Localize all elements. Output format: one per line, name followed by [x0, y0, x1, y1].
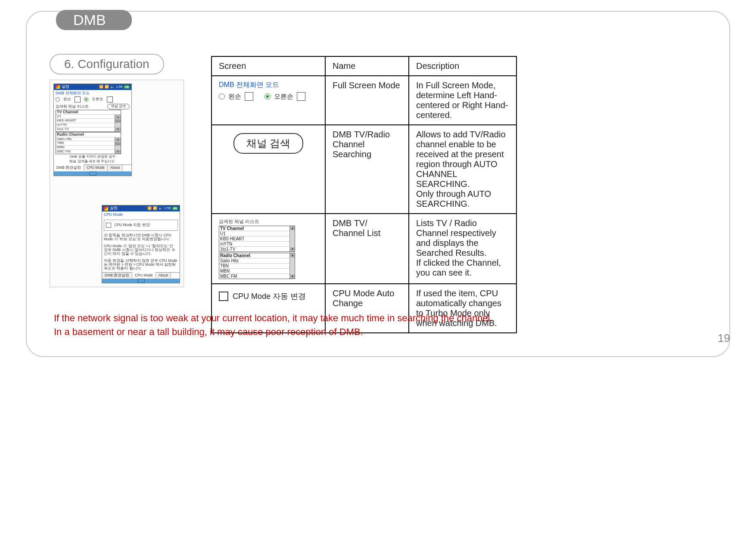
screen-cell: 검색된 채널 리스트 TV Channel U1 KBS HEART mYTN …: [212, 214, 325, 284]
tab-about[interactable]: About: [156, 273, 171, 278]
searched-list-label: 검색된 채널 리스트: [56, 105, 89, 109]
th-name: Name: [325, 56, 409, 76]
radio-channel-box: Radio Channel Satio Hits TBN MBN MBC FM …: [56, 132, 121, 154]
right-hand-label: 오른손: [274, 93, 293, 101]
list-item[interactable]: mYTN: [56, 123, 121, 127]
name-cell: DMB TV/Radio Channel Searching: [325, 125, 409, 214]
snippet-fullscreen-mode: DMB 전체화면 모드 왼손 오른손: [219, 81, 318, 101]
titlebar-status: 📶 🔁 🔈 1:55 ok: [147, 207, 178, 211]
list-item[interactable]: Satio Hits: [56, 137, 121, 141]
list-item[interactable]: Satio Hits: [219, 258, 295, 263]
list-item[interactable]: 1to1-TV: [219, 246, 295, 251]
cpu-mode-checkbox[interactable]: [106, 223, 111, 228]
sync-icon: 🔁: [153, 207, 157, 211]
antenna-icon: 📶: [147, 207, 152, 211]
pda-screenshot-settings: 설정 📶 🔁 🔈 1:55 ok DMB 전체화면 모드 왼손 오른손: [53, 84, 132, 176]
left-hand-icon: [245, 92, 253, 101]
cpu-mode-tab-label: CPU Mode: [104, 213, 178, 217]
cpu-mode-checkbox[interactable]: [219, 292, 228, 301]
titlebar-status: 📶 🔁 🔈 1:55 ok: [99, 85, 130, 89]
tv-channel-box: TV Channel U1 KBS HEART mYTN 1to1-TV ▴▾: [219, 226, 295, 252]
sync-icon: 🔁: [105, 85, 109, 89]
ok-button[interactable]: ok: [172, 207, 178, 211]
name-cell: DMB TV/ Channel List: [325, 214, 409, 284]
radio-right-hand[interactable]: [84, 97, 88, 102]
cpu-desc-3: 자동 변경을 선택하지 않은 경우 CPU Mode 는 제어판 > 전원 > …: [104, 259, 178, 271]
page: DMB 6. Configuration 설정 📶 🔁 🔈 1:55 ok DM…: [0, 0, 756, 534]
pda-body: CPU Mode CPU Mode 자동 변경 위 항목을 체크하시면 DMB …: [102, 211, 180, 272]
list-item[interactable]: MBC FM: [56, 149, 121, 154]
list-item[interactable]: KBS HEART: [56, 118, 121, 123]
right-hand-label: 오른손: [92, 97, 103, 101]
list-item[interactable]: KBS HEART: [219, 236, 295, 241]
table-row: 채널 검색 DMB TV/Radio Channel Searching All…: [212, 125, 516, 214]
pda-screenshot-cpumode: 설정 📶 🔁 🔈 1:55 ok CPU Mode CPU Mode 자동 변경…: [102, 205, 180, 283]
pda-title: 설정: [62, 85, 69, 89]
cpu-mode-checkbox-label: CPU Mode 자동 변경: [233, 291, 306, 301]
tab-cpu-mode[interactable]: CPU Mode: [132, 272, 156, 278]
table-header-row: Screen Name Description: [212, 56, 516, 76]
page-number: 19: [718, 332, 730, 345]
pda-bottombar: [102, 279, 180, 283]
table-row: 검색된 채널 리스트 TV Channel U1 KBS HEART mYTN …: [212, 214, 516, 284]
tab-about[interactable]: About: [108, 165, 123, 171]
flag-icon: [56, 85, 60, 89]
list-item[interactable]: U1: [56, 114, 121, 118]
tab-dmb-settings[interactable]: DMB 환경설정: [54, 165, 84, 171]
desc-cell: Lists TV / Radio Channel respectively an…: [409, 214, 516, 284]
screen-cell: DMB 전체화면 모드 왼손 오른손: [212, 76, 325, 125]
list-item[interactable]: MBN: [56, 145, 121, 149]
warning-line-1: If the network signal is too weak at you…: [54, 311, 717, 325]
scrollbar[interactable]: ▴▾: [115, 114, 121, 131]
fullscreen-mode-label: DMB 전체화면 모드: [56, 91, 130, 96]
channel-search-button[interactable]: 채널 검색: [107, 104, 130, 109]
radio-channel-header: Radio Channel: [56, 133, 121, 137]
hand-row: 왼손 오른손: [56, 96, 130, 102]
searched-list-label: 검색된 채널 리스트: [219, 218, 318, 225]
radio-left-hand[interactable]: [56, 97, 60, 102]
left-hand-label: 왼손: [63, 97, 71, 101]
list-item[interactable]: mYTN: [219, 241, 295, 246]
pda-titlebar: 설정 📶 🔁 🔈 1:55 ok: [54, 84, 131, 90]
radio-channel-header: Radio Channel: [219, 253, 295, 258]
radio-right-hand[interactable]: [264, 93, 271, 99]
radio-channel-list[interactable]: Satio Hits TBN MBN MBC FM ▴▾: [56, 137, 121, 154]
tv-channel-list[interactable]: U1 KBS HEART mYTN 1to1-TV ▴▾: [56, 114, 121, 131]
snippet-channel-search: 채널 검색: [219, 130, 318, 157]
list-item[interactable]: U1: [219, 231, 295, 236]
warning-line-2: In a basement or near a tall building, i…: [54, 325, 717, 339]
name-cell: Full Screen Mode: [325, 76, 409, 125]
pda-bottombar: [54, 171, 131, 176]
th-screen: Screen: [212, 56, 325, 76]
cpu-mode-checkbox-row: CPU Mode 자동 변경: [104, 220, 178, 231]
keyboard-icon[interactable]: [137, 279, 145, 283]
scrollbar[interactable]: ▴▾: [289, 226, 295, 251]
flag-icon: [104, 207, 108, 211]
tab-dmb-settings[interactable]: DMB 환경설정: [102, 273, 132, 278]
ok-button[interactable]: ok: [124, 85, 130, 89]
snippet-hand-row: 왼손 오른손: [219, 92, 318, 101]
list-item[interactable]: MBC FM: [219, 273, 295, 279]
pda-body: DMB 전체화면 모드 왼손 오른손 검색된 채널 리스트 채널 검색 TV C…: [54, 90, 131, 165]
list-item[interactable]: 1to1-TV: [56, 127, 121, 131]
left-hand-icon: [75, 96, 81, 102]
radio-left-hand[interactable]: [219, 93, 225, 99]
pda-titlebar: 설정 📶 🔁 🔈 1:55 ok: [102, 205, 180, 211]
scrollbar[interactable]: ▴▾: [115, 137, 121, 154]
pda-title: 설정: [110, 206, 118, 211]
radio-channel-box: Radio Channel Satio Hits TBN MBN MBC FM …: [219, 253, 295, 279]
clock: 1:55: [164, 207, 171, 211]
left-hand-label: 왼손: [228, 93, 241, 101]
channel-search-button[interactable]: 채널 검색: [233, 133, 304, 154]
snippet-cpu-mode: CPU Mode 자동 변경: [219, 291, 318, 301]
list-item[interactable]: TBN: [219, 263, 295, 268]
tab-cpu-mode[interactable]: CPU Mode: [84, 165, 108, 171]
cpu-mode-checkbox-label: CPU Mode 자동 변경: [115, 223, 150, 227]
scrollbar[interactable]: ▴▾: [289, 253, 295, 279]
keyboard-icon[interactable]: [89, 171, 96, 176]
cpu-desc-1: 위 항목을 체크하시면 DMB 시청시 CPU Mode 가 '터보 모드'로 …: [104, 233, 178, 242]
th-description: Description: [409, 56, 516, 76]
list-item[interactable]: MBN: [219, 268, 295, 273]
searched-list-row: 검색된 채널 리스트 채널 검색: [56, 104, 130, 109]
list-item[interactable]: TBN: [56, 141, 121, 145]
